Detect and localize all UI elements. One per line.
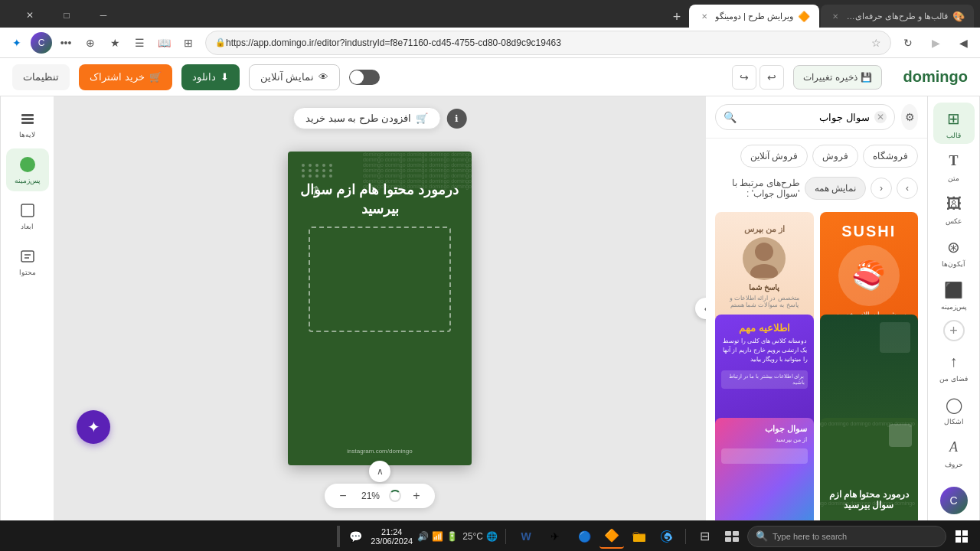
close-button[interactable]: ✕: [12, 3, 47, 28]
filter-button[interactable]: ⚙: [901, 104, 918, 130]
svg-rect-9: [956, 530, 961, 536]
show-online-button[interactable]: 👁 نمایش آنلاین: [249, 64, 341, 90]
collections-icon[interactable]: ☰: [129, 32, 150, 54]
app-icon[interactable]: ⊞: [178, 32, 199, 54]
tool-icons[interactable]: ⊛ آیکون‌ها: [933, 231, 975, 272]
svg-rect-4: [21, 122, 34, 124]
download-icon: ⬇: [220, 71, 229, 83]
tool-template[interactable]: ⊞ قالب: [933, 103, 975, 144]
design-canvas: domingo domingo domingo domingo domingo …: [288, 152, 472, 465]
refresh-button[interactable]: ↻: [897, 32, 919, 54]
taskbar-telegram[interactable]: ✈: [543, 524, 567, 549]
system-clock[interactable]: 21:24 23/06/2024: [371, 527, 413, 546]
notification-button[interactable]: 💬: [345, 526, 366, 547]
settings-button[interactable]: تنظیمات: [12, 64, 70, 90]
taskbar-right-area: 🔵 ✈ W 🌐 25°C 🔋 📶 🔊 21:24 23/06/2024 💬: [334, 524, 596, 549]
svg-rect-6: [21, 251, 34, 262]
favorites-icon[interactable]: ★: [104, 32, 126, 54]
content-label: محتوا: [19, 269, 36, 276]
content-icon: [18, 247, 37, 266]
browser-tab-bar: 🎨 قالب‌ها و طرح‌های حرفه‌ای و رایگار ✕ 🔶…: [0, 0, 980, 28]
myspace-label: فضای من: [939, 375, 968, 383]
tab-editor[interactable]: 🔶 ویرایش طرح | دومینگو ✕: [689, 5, 819, 28]
zoom-out-button[interactable]: −: [334, 487, 352, 505]
minimize-button[interactable]: ─: [86, 3, 121, 28]
search-input[interactable]: [741, 112, 870, 123]
taskbar-explorer[interactable]: [627, 524, 652, 549]
info-button[interactable]: ℹ: [447, 109, 467, 129]
tool-bg[interactable]: پس‌زمینه: [6, 148, 49, 191]
template-gradient[interactable]: سوال جواب از من بپرسید: [715, 418, 814, 520]
taskbar-widgets[interactable]: ⊟: [692, 524, 717, 549]
tab-close-1[interactable]: ✕: [830, 10, 841, 22]
profile-icon[interactable]: C: [31, 32, 52, 54]
myspace-icon: ↑: [943, 351, 965, 373]
nav-prev-arrow[interactable]: ›: [897, 178, 918, 199]
dark-mode-toggle[interactable]: [349, 70, 380, 85]
menu-icon[interactable]: •••: [55, 32, 77, 54]
address-bar: ◀ ▶ ↻ 🔒 https://app.domingo.ir/editor?in…: [0, 28, 980, 58]
templates-grid: SUSHI 🍣 سوشی با سالاد مخصوص 🛒 از من بپرس: [706, 206, 927, 520]
taskbar-active-app[interactable]: 🔶: [599, 524, 624, 549]
taskbar-taskview[interactable]: [720, 524, 744, 549]
subscribe-button[interactable]: 🛒 خرید اشتراک: [79, 64, 172, 90]
url-bar[interactable]: 🔒 https://app.domingo.ir/editor?industry…: [205, 31, 891, 55]
filter-tab-store[interactable]: فروشگاه: [863, 145, 918, 168]
nav-next-arrow[interactable]: ‹: [871, 178, 892, 199]
collapse-panel-button[interactable]: ›: [695, 298, 706, 319]
template-green-qa[interactable]: domingo domingo domingo domingo domingo …: [820, 418, 919, 520]
add-tool-button[interactable]: +: [943, 320, 965, 341]
main-content: ⊞ قالب T متن 🖼 عکس ⊛ آیکون‌ها ⬛ پس‌زمینه…: [0, 96, 980, 520]
tool-layers[interactable]: لایه‌ها: [6, 103, 49, 145]
maximize-button[interactable]: □: [49, 3, 84, 28]
app-logo: domingo: [903, 68, 968, 86]
copilot-icon[interactable]: ✦: [6, 32, 28, 54]
show-desktop-button[interactable]: [337, 526, 340, 547]
filter-tab-sales[interactable]: فروش: [812, 145, 858, 168]
shapes-icon: ◯: [943, 394, 965, 416]
date-display: 23/06/2024: [371, 536, 413, 546]
taskbar-word[interactable]: W: [514, 524, 538, 549]
tool-text[interactable]: T متن: [933, 145, 975, 187]
canvas-area: ℹ 🛒 افزودن طرح به سبد خرید › domingo dom…: [54, 96, 706, 520]
design-box[interactable]: [309, 227, 451, 332]
text-label: متن: [948, 174, 959, 182]
back-button[interactable]: ◀: [952, 32, 974, 54]
taskbar-edge[interactable]: [655, 524, 679, 549]
redo-button[interactable]: ↪: [732, 65, 756, 90]
undo-button[interactable]: ↩: [760, 65, 784, 90]
design-title[interactable]: درمورد محتوا هام ازم سوال بیرسید: [300, 181, 459, 219]
tool-size[interactable]: ابعاد: [6, 194, 49, 237]
magic-wand-button[interactable]: ✦: [77, 410, 110, 444]
zoom-spinner: [389, 490, 401, 502]
extensions-icon[interactable]: ⊕: [80, 32, 101, 54]
tool-content[interactable]: محتوا: [6, 240, 49, 283]
save-button[interactable]: 💾 ذخیره تغییرات: [793, 65, 881, 90]
taskbar-search[interactable]: 🔍 Type here to search: [747, 526, 946, 547]
user-avatar[interactable]: C: [940, 487, 968, 514]
tool-letters[interactable]: A حروف: [933, 432, 975, 473]
app-toolbar: domingo 💾 ذخیره تغییرات ↩ ↪ 👁 نمایش آنلا…: [0, 58, 980, 96]
filter-tab-online-sales[interactable]: فروش آنلاین: [740, 145, 808, 168]
taskbar-chrome[interactable]: 🔵: [572, 524, 596, 549]
new-tab-button[interactable]: +: [666, 6, 688, 28]
search-box[interactable]: ✕ 🔍: [715, 104, 895, 130]
tab-close-2[interactable]: ✕: [698, 10, 710, 22]
tool-photo[interactable]: 🖼 عکس: [933, 188, 975, 230]
forward-button[interactable]: ▶: [925, 32, 946, 54]
tool-myspace[interactable]: ↑ فضای من: [933, 346, 975, 387]
tab-templates[interactable]: 🎨 قالب‌ها و طرح‌های حرفه‌ای و رایگار ✕: [821, 5, 974, 28]
url-text: https://app.domingo.ir/editor?industryId…: [226, 37, 871, 48]
zoom-in-button[interactable]: +: [407, 487, 426, 505]
download-button[interactable]: ⬇ دانلود: [181, 64, 240, 90]
reader-icon[interactable]: 📖: [153, 32, 175, 54]
start-button[interactable]: [949, 524, 974, 549]
tool-shapes[interactable]: ◯ اشکال: [933, 389, 975, 430]
zoom-bar: + 21% −: [325, 484, 435, 508]
star-icon[interactable]: ☆: [871, 37, 881, 49]
layers-icon: [18, 109, 37, 128]
add-to-cart-button[interactable]: 🛒 افزودن طرح به سبد خرید: [292, 107, 440, 129]
tool-background[interactable]: ⬛ پس‌زمینه: [933, 274, 975, 315]
taskbar-separator: [685, 529, 686, 544]
show-all-button[interactable]: نمایش همه: [805, 177, 866, 200]
